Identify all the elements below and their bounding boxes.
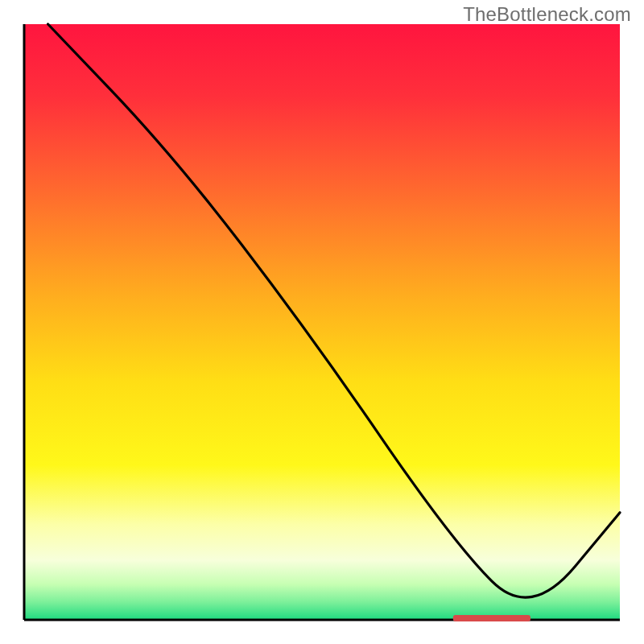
bottleneck-chart <box>0 0 644 644</box>
optimal-marker <box>453 615 530 621</box>
plot-background <box>24 24 620 620</box>
chart-stage: TheBottleneck.com <box>0 0 644 644</box>
watermark-text: TheBottleneck.com <box>463 3 631 26</box>
